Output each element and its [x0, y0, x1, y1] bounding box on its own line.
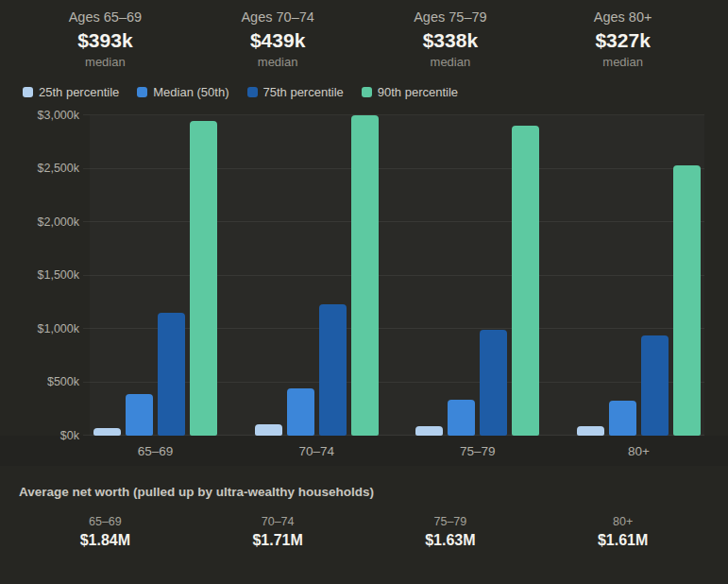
y-tick-label: $2,500k	[13, 163, 90, 175]
stat-card-sublabel: median	[364, 55, 537, 69]
footer-item-value: $1.63M	[364, 532, 537, 549]
legend-swatch-25th-icon	[23, 87, 33, 97]
y-tick-label: $0k	[13, 430, 90, 442]
bar-median--50th-[interactable]	[448, 400, 475, 436]
x-tick-label: 65–69	[93, 444, 217, 458]
bar-25th-percentile[interactable]	[93, 428, 121, 436]
stat-card-value: $327k	[536, 29, 709, 52]
bar-group-65-69	[93, 121, 217, 436]
footer-item-label: 70–74	[192, 515, 364, 528]
footer-item-65-69: 65–69 $1.84M	[19, 515, 192, 549]
footer-item-value: $1.71M	[192, 532, 364, 549]
x-tick-label: 80+	[577, 444, 701, 458]
bar-25th-percentile[interactable]	[577, 426, 604, 436]
bar-75th-percentile[interactable]	[480, 330, 507, 436]
stat-card-70-74: Ages 70–74 $439k median	[192, 9, 364, 69]
stat-card-75-79: Ages 75–79 $338k median	[364, 9, 537, 69]
bar-90th-percentile[interactable]	[351, 115, 379, 436]
stat-card-label: Ages 75–79	[364, 9, 537, 25]
bar-group-70-74	[255, 115, 379, 436]
bar-90th-percentile[interactable]	[673, 165, 701, 436]
bar-median--50th-[interactable]	[609, 401, 636, 436]
summary-cards-row: Ages 65–69 $393k median Ages 70–74 $439k…	[0, 0, 728, 69]
footer-item-label: 75–79	[364, 515, 537, 528]
footer-item-75-79: 75–79 $1.63M	[364, 515, 537, 549]
legend-label: 90th percentile	[378, 85, 458, 99]
x-tick-label: 70–74	[255, 444, 379, 458]
footer-item-80plus: 80+ $1.61M	[536, 515, 709, 549]
bar-median--50th-[interactable]	[126, 394, 153, 436]
legend-label: 25th percentile	[39, 85, 119, 99]
legend-swatch-90th-icon	[362, 87, 372, 97]
bar-groups	[90, 115, 704, 436]
bar-chart-plot-area: $0k$500k$1,000k$1,500k$2,000k$2,500k$3,0…	[90, 115, 704, 436]
legend-label: Median (50th)	[153, 85, 229, 99]
legend-item-median[interactable]: Median (50th)	[137, 85, 229, 99]
x-axis-labels: 65–6970–7475–7980+	[90, 444, 704, 458]
bar-75th-percentile[interactable]	[158, 313, 185, 436]
footer-item-label: 80+	[536, 515, 709, 528]
stat-card-value: $393k	[19, 29, 192, 52]
x-axis-strip: 65–6970–7475–7980+	[0, 436, 728, 466]
footer-title: Average net worth (pulled up by ultra-we…	[19, 485, 728, 499]
footer-item-value: $1.61M	[536, 532, 709, 549]
y-tick-label: $500k	[13, 376, 90, 388]
y-tick-label: $1,500k	[13, 269, 90, 282]
footer-item-value: $1.84M	[19, 532, 192, 549]
legend-item-90th-percentile[interactable]: 90th percentile	[362, 85, 458, 99]
stat-card-value: $338k	[364, 29, 537, 52]
chart-legend: 25th percentile Median (50th) 75th perce…	[0, 85, 728, 99]
bar-75th-percentile[interactable]	[641, 335, 669, 436]
stat-card-sublabel: median	[19, 55, 192, 69]
legend-item-75th-percentile[interactable]: 75th percentile	[247, 85, 344, 99]
y-tick-label: $3,000k	[13, 110, 90, 122]
legend-item-25th-percentile[interactable]: 25th percentile	[23, 85, 119, 99]
x-tick-label: 75–79	[415, 444, 539, 458]
stat-card-sublabel: median	[192, 55, 364, 69]
bar-90th-percentile[interactable]	[512, 126, 539, 436]
footer-item-label: 65–69	[19, 515, 192, 528]
bar-25th-percentile[interactable]	[255, 424, 282, 436]
legend-swatch-75th-icon	[247, 87, 258, 97]
legend-label: 75th percentile	[263, 85, 344, 99]
stat-card-label: Ages 80+	[536, 9, 709, 25]
bar-90th-percentile[interactable]	[190, 121, 217, 436]
legend-swatch-median-icon	[137, 87, 147, 97]
bar-group-80+	[577, 165, 701, 436]
bar-group-75-79	[415, 126, 539, 436]
bar-median--50th-[interactable]	[287, 388, 314, 436]
stat-card-80plus: Ages 80+ $327k median	[536, 9, 709, 69]
stat-card-label: Ages 70–74	[192, 9, 364, 25]
stat-card-label: Ages 65–69	[19, 9, 192, 25]
stat-card-65-69: Ages 65–69 $393k median	[19, 9, 192, 69]
footer-item-70-74: 70–74 $1.71M	[192, 515, 364, 549]
y-tick-label: $2,000k	[13, 216, 90, 229]
y-tick-label: $1,000k	[13, 323, 90, 335]
bar-75th-percentile[interactable]	[319, 304, 347, 436]
stat-card-sublabel: median	[536, 55, 709, 69]
footer-averages-row: 65–69 $1.84M 70–74 $1.71M 75–79 $1.63M 8…	[0, 515, 728, 549]
stat-card-value: $439k	[192, 29, 364, 52]
bar-25th-percentile[interactable]	[415, 426, 443, 436]
